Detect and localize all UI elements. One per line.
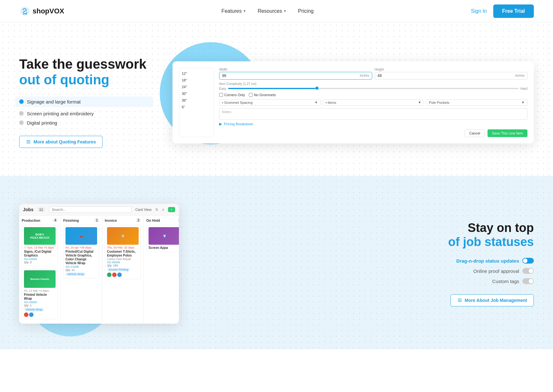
features-caret-icon: ▼ <box>243 9 246 13</box>
quoting-section: Take the guesswork out of quoting Signag… <box>0 22 553 176</box>
pricing-breakdown-toggle[interactable]: ▶ Pricing Breakdown <box>219 122 527 126</box>
sort-icon: ⇅ <box>155 208 158 212</box>
svg-rect-3 <box>27 142 30 142</box>
jobs-features-list: Drag-n-drop status updates Online proof … <box>406 258 534 284</box>
jobs-feature-tags[interactable]: Custom tags <box>406 278 534 284</box>
invoice-col-header: Invoice 2 <box>105 218 141 222</box>
complexity-easy: Easy <box>219 87 226 90</box>
jobs-mockup-header: Jobs 11 Card View ⇅ ≡ + <box>19 204 179 216</box>
nav-resources[interactable]: Resources ▼ <box>257 8 286 14</box>
width-label: Width <box>219 68 372 71</box>
jobs-search[interactable] <box>49 206 132 213</box>
pole-pockets-dropdown[interactable]: Pole Pockets ▼ <box>426 99 527 106</box>
quoting-content-right: 12" 18" 24" 30" 36" 6" Width 96 <box>173 61 534 143</box>
size-36[interactable]: 36" <box>179 97 214 103</box>
onhold-col-header: On Hold 1 <box>146 218 179 222</box>
complexity-hard: Hard <box>520 87 527 90</box>
jobs-mockup-wrap: Jobs 11 Card View ⇅ ≡ + Production 4 <box>19 204 387 324</box>
quoting-more-button[interactable]: More about Quoting Features <box>19 136 103 148</box>
production-col-header: Production 4 <box>22 218 58 222</box>
quoting-heading: Take the guesswork out of quoting <box>19 57 153 88</box>
size-18[interactable]: 18" <box>179 77 214 83</box>
quoting-features-list: Signage and large format Screen printing… <box>19 96 153 126</box>
items-dropdown[interactable]: • Items ▼ <box>323 99 424 106</box>
card-view-label: Card View <box>135 208 152 211</box>
job-card[interactable]: Banana Snacks Fri, 12 Mar +4 days Printe… <box>22 268 58 319</box>
height-unit: Inches <box>515 74 525 77</box>
finishing-col-header: Finishing 1 <box>63 218 99 222</box>
jobs-mockup: Jobs 11 Card View ⇅ ≡ + Production 4 <box>19 204 179 324</box>
complexity-label: Item Complexity (1.27 cm) <box>219 82 527 86</box>
quoting-feature-signage[interactable]: Signage and large format <box>15 96 153 107</box>
nav-links: Features ▼ Resources ▼ Pricing <box>221 8 313 14</box>
jobs-feature-dragdrop[interactable]: Drag-n-drop status updates <box>406 258 534 264</box>
logo[interactable]: shopVOX <box>19 5 64 17</box>
feature-dot-signage <box>19 99 24 104</box>
dropdown-caret: ▼ <box>315 101 318 104</box>
dragdrop-toggle[interactable] <box>522 258 534 264</box>
svg-rect-4 <box>27 143 30 143</box>
nav-pricing[interactable]: Pricing <box>298 8 314 14</box>
svg-rect-7 <box>458 301 462 302</box>
width-unit: Inches <box>360 74 369 77</box>
quoting-feature-digital[interactable]: Digital printing <box>19 120 153 126</box>
pole-pockets-caret: ▼ <box>521 101 525 104</box>
mockup-actions: Cancel Save This Line Item <box>219 129 527 137</box>
signin-link[interactable]: Sign In <box>471 8 487 14</box>
cancel-button[interactable]: Cancel <box>465 129 485 137</box>
jobs-more-button[interactable]: More About Job Management <box>450 294 534 306</box>
section-divider <box>0 176 553 178</box>
jobs-col-invoice: Invoice 2 👕 Thu, 04 Feb -32 days Custome… <box>102 216 144 324</box>
shopvox-logo-icon <box>19 5 31 17</box>
navbar: shopVOX Features ▼ Resources ▼ Pricing S… <box>0 0 553 22</box>
jobs-content-right: Stay on top of job statuses Drag-n-drop … <box>406 221 534 306</box>
jobs-content-left: Jobs 11 Card View ⇅ ≡ + Production 4 <box>19 204 387 324</box>
filter-icon: ≡ <box>162 208 164 211</box>
size-30[interactable]: 30" <box>179 91 214 96</box>
jobs-title: Jobs <box>23 207 34 212</box>
size-6[interactable]: 6" <box>179 104 214 110</box>
svg-rect-6 <box>458 300 462 301</box>
notes-field[interactable]: Notes <box>219 108 527 120</box>
svg-point-1 <box>26 13 27 14</box>
tags-toggle[interactable] <box>522 278 534 284</box>
logo-text: shopVOX <box>33 7 64 15</box>
size-list: 12" 18" 24" 30" 36" 6" <box>179 71 214 110</box>
size-24[interactable]: 24" <box>179 84 214 90</box>
corners-checkbox[interactable]: Corners Only <box>219 93 245 97</box>
jobs-col-finishing: Finishing 1 🚗 Fri, 16 Apr +39 days Print… <box>61 216 102 324</box>
complexity-slider[interactable] <box>228 88 518 89</box>
quoting-mockup: 12" 18" 24" 30" 36" 6" Width 96 <box>173 61 534 143</box>
proof-toggle[interactable] <box>522 268 534 274</box>
job-card[interactable]: BOB'sPIZZA BEACH ☉ Sun, 13 Mar +5 days S… <box>22 225 58 266</box>
job-card[interactable]: 👕 Screen Appa <box>146 225 179 252</box>
list-icon <box>457 298 462 303</box>
save-line-item-button[interactable]: Save This Line Item <box>488 129 527 137</box>
items-caret: ▼ <box>418 101 421 104</box>
jobs-feature-proof[interactable]: Online proof approval <box>406 268 534 274</box>
jobs-heading: Stay on top of job statuses <box>406 221 534 249</box>
feature-dot-digital <box>19 120 24 125</box>
quoting-content-left: Take the guesswork out of quoting Signag… <box>19 57 153 148</box>
jobs-count: 11 <box>37 207 45 212</box>
free-trial-button[interactable]: Free Trial <box>493 4 534 18</box>
feature-dot-screenprint <box>19 111 24 116</box>
nav-features[interactable]: Features ▼ <box>221 8 246 14</box>
list-icon <box>26 139 31 144</box>
add-job-button[interactable]: + <box>168 207 175 212</box>
resources-caret-icon: ▼ <box>283 9 287 13</box>
card-meta: ☉ Sun, 13 Mar +5 days <box>24 246 56 249</box>
nav-actions: Sign In Free Trial <box>471 4 534 18</box>
grommets-checkbox[interactable]: No Grommets <box>249 93 276 97</box>
jobs-col-onhold: On Hold 1 👕 Screen Appa <box>144 216 179 324</box>
svg-point-0 <box>23 13 24 14</box>
job-card[interactable]: 👕 Thu, 04 Feb -32 days Customer T-Shirts… <box>105 225 141 279</box>
quoting-feature-screenprint[interactable]: Screen printing and embroidery <box>19 111 153 116</box>
grommet-spacing-dropdown[interactable]: • Grommet Spacing ▼ <box>219 99 321 106</box>
size-12[interactable]: 12" <box>179 71 214 76</box>
jobs-section: Jobs 11 Card View ⇅ ≡ + Production 4 <box>0 178 553 349</box>
job-card[interactable]: 🚗 Fri, 16 Apr +39 days Printed/Cut Digit… <box>63 225 99 278</box>
height-label: Height <box>375 68 528 71</box>
svg-rect-5 <box>458 299 462 299</box>
width-value: 96 <box>222 73 226 78</box>
